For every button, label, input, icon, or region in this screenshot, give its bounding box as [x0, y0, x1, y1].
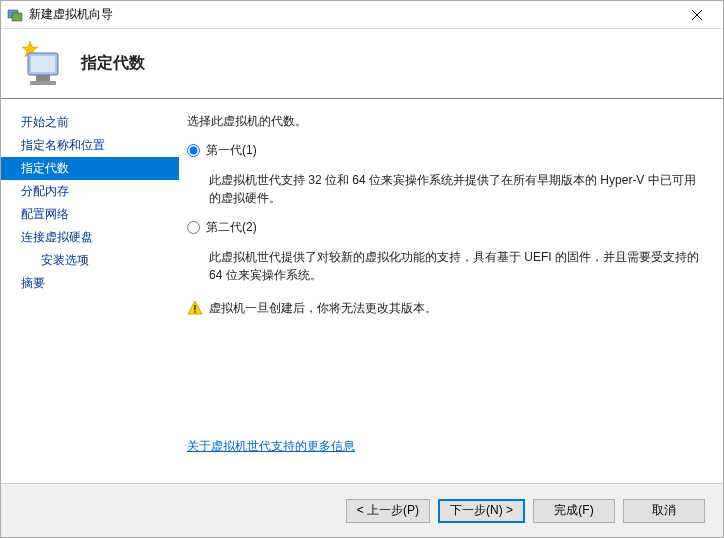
- label-gen1: 第一代(1): [206, 142, 257, 159]
- desc-gen2: 此虚拟机世代提供了对较新的虚拟化功能的支持，具有基于 UEFI 的固件，并且需要…: [209, 248, 705, 284]
- label-gen2: 第二代(2): [206, 219, 257, 236]
- wizard-footer: < 上一步(P) 下一步(N) > 完成(F) 取消: [1, 483, 723, 537]
- close-icon: [692, 10, 702, 20]
- sidebar-item-install-options[interactable]: 安装选项: [1, 249, 179, 272]
- sidebar-item-name-location[interactable]: 指定名称和位置: [1, 134, 179, 157]
- svg-rect-6: [31, 56, 55, 72]
- wizard-header: 指定代数: [1, 29, 723, 99]
- finish-button[interactable]: 完成(F): [533, 499, 615, 523]
- close-button[interactable]: [677, 1, 717, 29]
- page-title: 指定代数: [81, 53, 145, 74]
- sidebar-item-vhd[interactable]: 连接虚拟硬盘: [1, 226, 179, 249]
- main-panel: 选择此虚拟机的代数。 第一代(1) 此虚拟机世代支持 32 位和 64 位来宾操…: [179, 99, 723, 483]
- option-gen2[interactable]: 第二代(2): [187, 219, 705, 236]
- radio-gen1[interactable]: [187, 144, 200, 157]
- radio-gen2[interactable]: [187, 221, 200, 234]
- svg-rect-11: [194, 311, 196, 313]
- titlebar: 新建虚拟机向导: [1, 1, 723, 29]
- sidebar-item-memory[interactable]: 分配内存: [1, 180, 179, 203]
- content-area: 开始之前 指定名称和位置 指定代数 分配内存 配置网络 连接虚拟硬盘 安装选项 …: [1, 99, 723, 483]
- warning-icon: [187, 300, 203, 316]
- next-button[interactable]: 下一步(N) >: [438, 499, 525, 523]
- sidebar-item-network[interactable]: 配置网络: [1, 203, 179, 226]
- wizard-steps-sidebar: 开始之前 指定名称和位置 指定代数 分配内存 配置网络 连接虚拟硬盘 安装选项 …: [1, 99, 179, 483]
- warning-row: 虚拟机一旦创建后，你将无法更改其版本。: [187, 300, 705, 317]
- svg-rect-1: [12, 13, 22, 21]
- desc-gen1: 此虚拟机世代支持 32 位和 64 位来宾操作系统并提供了在所有早期版本的 Hy…: [209, 171, 705, 207]
- sidebar-item-generation[interactable]: 指定代数: [1, 157, 179, 180]
- wizard-icon: [16, 39, 66, 89]
- cancel-button[interactable]: 取消: [623, 499, 705, 523]
- back-button[interactable]: < 上一步(P): [346, 499, 430, 523]
- link-row: 关于虚拟机世代支持的更多信息: [187, 420, 705, 473]
- sidebar-item-summary[interactable]: 摘要: [1, 272, 179, 295]
- app-icon: [7, 7, 23, 23]
- option-gen1[interactable]: 第一代(1): [187, 142, 705, 159]
- window-title: 新建虚拟机向导: [29, 6, 677, 23]
- svg-rect-8: [30, 81, 56, 85]
- sidebar-item-before-begin[interactable]: 开始之前: [1, 111, 179, 134]
- more-info-link[interactable]: 关于虚拟机世代支持的更多信息: [187, 439, 355, 453]
- warning-text: 虚拟机一旦创建后，你将无法更改其版本。: [209, 300, 437, 317]
- svg-rect-7: [36, 75, 50, 81]
- prompt-text: 选择此虚拟机的代数。: [187, 113, 705, 130]
- svg-rect-10: [194, 305, 196, 310]
